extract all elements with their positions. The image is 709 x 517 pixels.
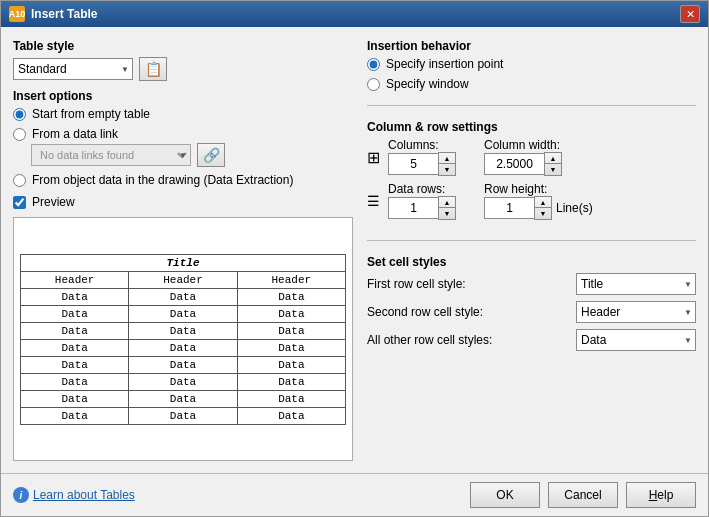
ok-button[interactable]: OK: [470, 482, 540, 508]
row-height-spinner-buttons: ▲ ▼: [534, 196, 552, 220]
column-width-spinner: 2.5000 ▲ ▼: [484, 152, 564, 176]
other-rows-cell-style-select[interactable]: Title Header Data: [576, 329, 696, 351]
preview-data-0-2: Data: [237, 288, 345, 305]
row-height-label-group: Row height: 1 ▲ ▼ Line(s): [484, 182, 593, 220]
close-button[interactable]: ✕: [680, 5, 700, 23]
second-row-combo-wrapper: Title Header Data: [576, 301, 696, 323]
data-link-row: No data links found 🔗: [31, 143, 353, 167]
first-row-cell-style-select[interactable]: Title Header Data: [576, 273, 696, 295]
preview-data-0-0: Data: [21, 288, 129, 305]
specify-point-label: Specify insertion point: [386, 57, 503, 71]
edit-table-style-icon: 📋: [145, 61, 162, 77]
title-bar-left: A10 Insert Table: [9, 6, 97, 22]
preview-data-1-2: Data: [237, 305, 345, 322]
help-button[interactable]: Help: [626, 482, 696, 508]
start-from-empty-radio[interactable]: Start from empty table: [13, 107, 353, 121]
specify-point-radio[interactable]: Specify insertion point: [367, 57, 696, 71]
other-rows-cell-style-label: All other row cell styles:: [367, 333, 492, 347]
divider-2: [367, 240, 696, 241]
table-style-row: Standard 📋: [13, 57, 353, 81]
column-width-up-button[interactable]: ▲: [545, 153, 561, 164]
preview-header-row: Header Header Header: [21, 271, 346, 288]
specify-window-radio[interactable]: Specify window: [367, 77, 696, 91]
preview-data-5-0: Data: [21, 373, 129, 390]
from-object-radio[interactable]: From object data in the drawing (Data Ex…: [13, 173, 353, 187]
preview-data-4-2: Data: [237, 356, 345, 373]
data-rows-input[interactable]: 1: [388, 197, 438, 219]
learn-link[interactable]: Learn about Tables: [33, 488, 135, 502]
preview-data-4-0: Data: [21, 356, 129, 373]
specify-window-radio-input[interactable]: [367, 78, 380, 91]
other-rows-cell-style-row: All other row cell styles: Title Header …: [367, 329, 696, 351]
preview-data-2-2: Data: [237, 322, 345, 339]
cell-styles-section: Set cell styles First row cell style: Ti…: [367, 255, 696, 357]
data-link-browse-button[interactable]: 🔗: [197, 143, 225, 167]
data-rows-spinner-buttons: ▲ ▼: [438, 196, 456, 220]
start-empty-radio-input[interactable]: [13, 108, 26, 121]
from-data-link-label: From a data link: [32, 127, 118, 141]
data-rows-label-group: Data rows: 1 ▲ ▼: [388, 182, 468, 220]
columns-label: Columns:: [388, 138, 468, 152]
preview-data-5-2: Data: [237, 373, 345, 390]
preview-data-6-0: Data: [21, 390, 129, 407]
learn-link-area: i Learn about Tables: [13, 487, 135, 503]
footer-buttons: OK Cancel Help: [470, 482, 696, 508]
data-rows-up-button[interactable]: ▲: [439, 197, 455, 208]
columns-icon: ⊞: [367, 148, 380, 167]
preview-data-3-2: Data: [237, 339, 345, 356]
from-data-link-radio-input[interactable]: [13, 128, 26, 141]
preview-data-0-1: Data: [129, 288, 237, 305]
second-row-cell-style-select[interactable]: Title Header Data: [576, 301, 696, 323]
column-width-spinner-buttons: ▲ ▼: [544, 152, 562, 176]
start-empty-label: Start from empty table: [32, 107, 150, 121]
preview-data-1-1: Data: [129, 305, 237, 322]
preview-header-2: Header: [237, 271, 345, 288]
first-row-cell-style-label: First row cell style:: [367, 277, 466, 291]
table-style-section: Table style Standard 📋: [13, 39, 353, 81]
row-height-field-group: Row height: 1 ▲ ▼ Line(s): [484, 182, 593, 220]
columns-down-button[interactable]: ▼: [439, 164, 455, 175]
table-style-edit-button[interactable]: 📋: [139, 57, 167, 81]
preview-data-7-2: Data: [237, 407, 345, 424]
preview-label: Preview: [32, 195, 75, 209]
preview-data-7-0: Data: [21, 407, 129, 424]
row-height-down-button[interactable]: ▼: [535, 208, 551, 219]
from-object-radio-input[interactable]: [13, 174, 26, 187]
preview-table: Title Header Header Header Data Data Dat…: [20, 254, 346, 425]
table-style-select[interactable]: Standard: [13, 58, 133, 80]
preview-checkbox[interactable]: [13, 196, 26, 209]
preview-data-row-6: Data Data Data: [21, 390, 346, 407]
preview-data-6-2: Data: [237, 390, 345, 407]
insertion-behavior-group: Specify insertion point Specify window: [367, 57, 696, 91]
columns-rows-title: Column & row settings: [367, 120, 696, 134]
from-data-link-radio[interactable]: From a data link: [13, 127, 353, 141]
title-bar: A10 Insert Table ✕: [1, 1, 708, 27]
insertion-behavior-section: Insertion behavior Specify insertion poi…: [367, 39, 696, 91]
divider-1: [367, 105, 696, 106]
cancel-button[interactable]: Cancel: [548, 482, 618, 508]
column-width-down-button[interactable]: ▼: [545, 164, 561, 175]
specify-window-label: Specify window: [386, 77, 469, 91]
row-height-up-button[interactable]: ▲: [535, 197, 551, 208]
preview-data-row-2: Data Data Data: [21, 322, 346, 339]
columns-row: ⊞ Columns: 5 ▲ ▼: [367, 138, 696, 176]
preview-section: Title Header Header Header Data Data Dat…: [13, 217, 353, 461]
first-row-combo-wrapper: Title Header Data: [576, 273, 696, 295]
data-rows-spinner: 1 ▲ ▼: [388, 196, 468, 220]
preview-data-7-1: Data: [129, 407, 237, 424]
preview-data-2-0: Data: [21, 322, 129, 339]
help-underline-char: Help: [649, 488, 674, 502]
data-rows-down-button[interactable]: ▼: [439, 208, 455, 219]
columns-input[interactable]: 5: [388, 153, 438, 175]
column-width-input[interactable]: 2.5000: [484, 153, 544, 175]
columns-up-button[interactable]: ▲: [439, 153, 455, 164]
columns-field-group: ⊞ Columns: 5 ▲ ▼: [367, 138, 468, 176]
specify-point-radio-input[interactable]: [367, 58, 380, 71]
row-height-input[interactable]: 1: [484, 197, 534, 219]
insert-options-group: Start from empty table From a data link …: [13, 107, 353, 187]
columns-rows-section: Column & row settings ⊞ Columns: 5 ▲ ▼: [367, 120, 696, 226]
preview-data-2-1: Data: [129, 322, 237, 339]
data-link-combo-wrapper: No data links found: [31, 144, 191, 166]
data-link-select[interactable]: No data links found: [31, 144, 191, 166]
second-row-cell-style-row: Second row cell style: Title Header Data: [367, 301, 696, 323]
